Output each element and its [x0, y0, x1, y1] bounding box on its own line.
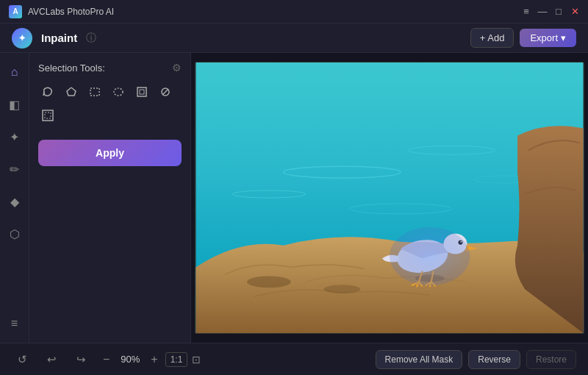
- sidebar-item-magic[interactable]: ✦: [4, 126, 25, 147]
- restore-button[interactable]: Restore: [526, 350, 576, 369]
- toolbar-right: + Add Export ▾: [470, 28, 576, 48]
- bottom-right: Remove All Mask Reverse Restore: [376, 350, 576, 369]
- refresh-button[interactable]: ↺: [12, 349, 32, 370]
- svg-point-16: [323, 285, 360, 293]
- sidebar-item-layers[interactable]: ◧: [4, 94, 25, 115]
- fit-icon[interactable]: ⊡: [192, 354, 201, 365]
- bottom-left: ↺ ↩ ↪ − 90% + 1:1 ⊡: [12, 349, 201, 370]
- minimize-button[interactable]: —: [538, 7, 547, 16]
- undo-button[interactable]: ↩: [41, 349, 62, 370]
- close-button[interactable]: ✕: [570, 7, 579, 16]
- tools-header-label: Selection Tools:: [38, 63, 105, 74]
- icon-sidebar: ⌂ ◧ ✦ ✏ ◆ ⬡ ≡: [0, 53, 29, 343]
- tools-gear-icon[interactable]: ⚙: [172, 62, 182, 74]
- maximize-button[interactable]: □: [554, 7, 563, 16]
- bottom-toolbar: ↺ ↩ ↪ − 90% + 1:1 ⊡ Remove All Mask Reve…: [0, 343, 588, 375]
- canvas-area[interactable]: [191, 53, 588, 343]
- svg-rect-4: [140, 90, 144, 94]
- svg-point-30: [390, 227, 470, 286]
- image-select-tool[interactable]: [132, 82, 151, 101]
- lasso-tool[interactable]: [38, 82, 57, 101]
- svg-point-15: [247, 276, 291, 288]
- info-icon[interactable]: ⓘ: [86, 32, 96, 45]
- image-container[interactable]: [195, 62, 584, 334]
- expand-tool[interactable]: [38, 106, 57, 125]
- tools-panel: Selection Tools: ⚙: [29, 53, 191, 343]
- sidebar-item-sliders[interactable]: ≡: [4, 313, 25, 334]
- page-title: Inpaint: [41, 32, 77, 44]
- add-button[interactable]: + Add: [470, 28, 514, 48]
- zoom-out-button[interactable]: −: [100, 353, 112, 366]
- polygon-lasso-tool[interactable]: [62, 82, 81, 101]
- svg-rect-7: [43, 110, 53, 121]
- sidebar-item-home[interactable]: ⌂: [4, 62, 25, 82]
- page-icon: ✦: [12, 28, 32, 49]
- svg-rect-8: [45, 113, 51, 118]
- main-content: ⌂ ◧ ✦ ✏ ◆ ⬡ ≡ Selection Tools: ⚙: [0, 53, 588, 343]
- zoom-reset-button[interactable]: 1:1: [165, 352, 188, 367]
- ellipse-select-tool[interactable]: [109, 82, 128, 101]
- window-controls: ≡ — □ ✕: [522, 7, 579, 16]
- redo-button[interactable]: ↪: [71, 349, 91, 370]
- svg-line-6: [162, 89, 168, 95]
- svg-line-0: [43, 92, 44, 96]
- zoom-value: 90%: [117, 354, 143, 365]
- app-logo: A: [9, 5, 22, 18]
- tools-header: Selection Tools: ⚙: [38, 62, 182, 74]
- scene-svg: [196, 63, 584, 333]
- apply-button[interactable]: Apply: [38, 140, 182, 166]
- svg-point-2: [114, 88, 123, 96]
- selection-tools-row: [38, 82, 182, 125]
- zoom-controls: − 90% + 1:1 ⊡: [100, 352, 201, 367]
- title-bar: A AVCLabs PhotoPro AI ≡ — □ ✕: [0, 0, 588, 24]
- sidebar-item-diamond[interactable]: ◆: [4, 191, 25, 212]
- remove-all-mask-button[interactable]: Remove All Mask: [376, 350, 463, 369]
- menu-icon[interactable]: ≡: [522, 7, 531, 16]
- reverse-button[interactable]: Reverse: [468, 350, 520, 369]
- sidebar-item-stamp[interactable]: ⬡: [4, 224, 25, 244]
- erase-tool[interactable]: [156, 82, 175, 101]
- app-title: AVCLabs PhotoPro AI: [28, 7, 114, 17]
- sidebar-item-brush[interactable]: ✏: [4, 159, 25, 179]
- export-button[interactable]: Export ▾: [520, 29, 576, 47]
- toolbar-left: ✦ Inpaint ⓘ: [12, 28, 96, 49]
- main-toolbar: ✦ Inpaint ⓘ + Add Export ▾: [0, 24, 588, 53]
- zoom-in-button[interactable]: +: [148, 353, 160, 366]
- svg-rect-3: [137, 88, 146, 96]
- rect-select-tool[interactable]: [85, 82, 104, 101]
- title-bar-left: A AVCLabs PhotoPro AI: [9, 5, 114, 18]
- svg-rect-1: [90, 88, 99, 96]
